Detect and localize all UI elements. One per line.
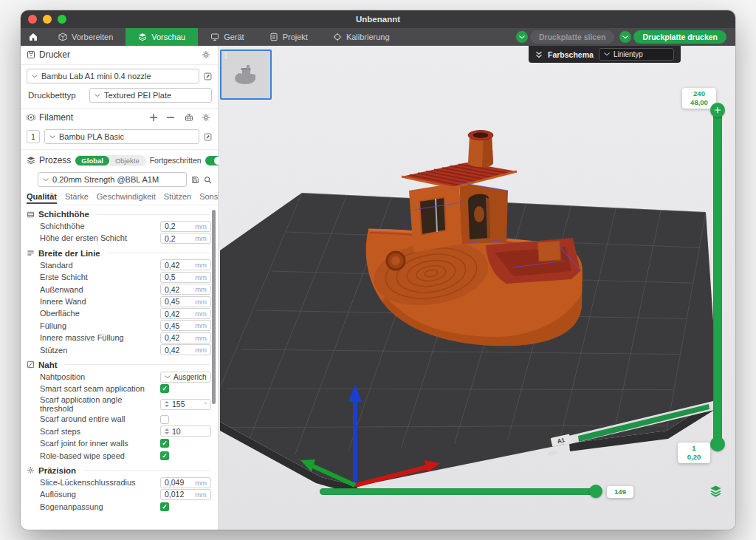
print-plate-button[interactable]: Druckplatte drucken <box>633 30 726 44</box>
filament-slot-badge: 1 <box>27 130 40 143</box>
ams-sync-icon[interactable] <box>185 113 193 122</box>
step-slider-handle[interactable] <box>589 485 602 498</box>
scene-canvas[interactable]: A1 <box>219 46 735 530</box>
scope-objects-button[interactable]: Objekte <box>109 156 145 165</box>
section-header: Breite der Linie <box>21 246 218 259</box>
spinner-arrows-icon[interactable] <box>165 428 169 434</box>
tab-label: Gerät <box>224 33 244 41</box>
setting-row-nahtposition: NahtpositionAusgerichtet <box>21 371 218 383</box>
plate-thumbnail[interactable]: 1 <box>220 49 272 100</box>
tab-vorbereiten[interactable]: Vorbereiten <box>46 28 126 46</box>
bottom-layer-number: 1 <box>681 444 707 453</box>
tab-label: Projekt <box>283 33 308 41</box>
spinner-value: 10 <box>172 427 207 436</box>
setting-input[interactable]: 0,2mm <box>160 233 211 244</box>
setting-label: Auflösung <box>40 490 160 499</box>
project-icon <box>269 33 278 41</box>
remove-filament-icon[interactable] <box>166 113 175 122</box>
tab-projekt[interactable]: Projekt <box>257 28 320 46</box>
setting-input[interactable]: 0,42mm <box>160 284 211 295</box>
setting-input[interactable]: 0,42mm <box>160 259 211 270</box>
calib-icon <box>333 33 342 41</box>
chevron-down-icon <box>165 375 171 379</box>
process-tab-geschwindigkeit[interactable]: Geschwindigkeit <box>97 192 156 202</box>
process-tab-qualität[interactable]: Qualität <box>27 192 57 204</box>
home-button[interactable] <box>21 28 46 46</box>
process-tab-stärke[interactable]: Stärke <box>65 192 89 202</box>
slice-plate-button[interactable]: Druckplatte slicen <box>530 30 614 44</box>
bed-type-select[interactable]: Textured PEI Plate <box>89 88 212 103</box>
process-section-title: Prozess <box>39 155 71 165</box>
setting-input[interactable]: 0,2mm <box>160 221 211 232</box>
layers-view-button[interactable] <box>707 482 724 499</box>
printer-preset-select[interactable]: Bambu Lab A1 mini 0.4 nozzle <box>27 69 199 83</box>
process-preset-select[interactable]: 0.20mm Strength @BBL A1M <box>38 172 187 187</box>
edit-filament-icon[interactable] <box>204 133 212 141</box>
filament-settings-gear-icon[interactable] <box>202 113 210 122</box>
setting-input[interactable]: 0,049mm <box>160 477 211 488</box>
setting-row-scarf-joint-for-inner-walls: Scarf joint for inner walls✓ <box>21 437 218 449</box>
setting-input[interactable]: 0,45mm <box>160 320 211 331</box>
setting-input[interactable]: 0,5mm <box>160 272 211 283</box>
title-bar[interactable]: Unbenannt <box>21 10 735 28</box>
layer-height-icon <box>27 211 35 219</box>
section-title: Schichthöhe <box>38 210 89 219</box>
input-value: 0,42 <box>165 333 193 342</box>
print-options-button[interactable] <box>619 31 631 43</box>
spinner-arrows-icon[interactable] <box>165 401 169 407</box>
printer-section-title: Drucker <box>39 49 70 60</box>
printer-settings-gear-icon[interactable] <box>202 50 210 59</box>
collapse-panel-icon[interactable] <box>535 51 543 58</box>
scrollbar[interactable] <box>212 210 216 404</box>
layer-slider-top-handle[interactable] <box>710 103 725 117</box>
layer-slider-bottom-tooltip: 1 0,20 <box>678 442 710 463</box>
section-title: Präzision <box>38 466 76 475</box>
tab-kalibrierung[interactable]: Kalibrierung <box>320 28 402 46</box>
setting-label: Slice-Lückenschlussradius <box>40 478 160 487</box>
tab-vorschau[interactable]: Vorschau <box>126 28 198 46</box>
step-slider-track[interactable] <box>320 488 600 495</box>
3d-viewport[interactable]: A1 <box>219 46 735 530</box>
checkbox[interactable] <box>160 415 169 424</box>
search-settings-icon[interactable] <box>204 176 212 184</box>
edit-printer-icon[interactable] <box>204 72 212 81</box>
setting-input[interactable]: 0,45mm <box>160 296 211 307</box>
add-filament-icon[interactable] <box>149 113 158 122</box>
zoom-window-button[interactable] <box>58 15 66 24</box>
unit-label: mm <box>195 334 207 342</box>
setting-input[interactable]: 0,42mm <box>160 332 211 344</box>
setting-row-höhe-der-ersten-schicht: Höhe der ersten Schicht0,2mm <box>21 232 218 244</box>
setting-input[interactable]: 0,42mm <box>160 344 211 355</box>
checkbox[interactable]: ✓ <box>160 451 169 460</box>
color-scheme-select[interactable]: Linientyp <box>599 48 674 61</box>
setting-spinner[interactable]: 155° <box>160 399 211 410</box>
setting-spinner[interactable]: 10 <box>160 425 211 437</box>
checkbox[interactable]: ✓ <box>160 502 169 511</box>
setting-label: Nahtposition <box>40 372 160 381</box>
checkbox[interactable]: ✓ <box>160 384 169 393</box>
slice-options-button[interactable] <box>516 31 528 43</box>
close-window-button[interactable] <box>28 15 37 24</box>
checkbox[interactable]: ✓ <box>160 439 169 448</box>
save-preset-icon[interactable] <box>191 176 199 184</box>
scope-global-button[interactable]: Global <box>75 156 109 165</box>
process-tab-stützen[interactable]: Stützen <box>164 192 191 202</box>
settings-section-breite-der-linie: Breite der LinieStandard0,42mmErste Schi… <box>21 246 218 356</box>
layer-slider-track[interactable] <box>713 111 722 443</box>
setting-input[interactable]: 0,012mm <box>160 489 211 500</box>
filament-preset-select[interactable]: Bambu PLA Basic <box>44 129 199 144</box>
section-title: Naht <box>38 360 58 369</box>
filament-header: Filament <box>21 110 218 125</box>
top-layer-height: 48,00 <box>686 98 712 107</box>
color-scheme-label: Farbschema <box>548 50 594 59</box>
minimize-window-button[interactable] <box>43 15 52 24</box>
section-header: Schichthöhe <box>21 207 218 220</box>
setting-input[interactable]: 0,42mm <box>160 308 211 319</box>
layer-slider-bottom-handle[interactable] <box>710 437 725 451</box>
chevron-down-icon <box>604 52 610 56</box>
setting-dropdown[interactable]: Ausgerichtet <box>160 372 211 383</box>
tab-gerät[interactable]: Gerät <box>198 28 257 46</box>
setting-label: Oberfläche <box>40 309 160 318</box>
line-width-icon <box>27 249 35 257</box>
process-scope-switch: Global Objekte <box>75 155 145 166</box>
